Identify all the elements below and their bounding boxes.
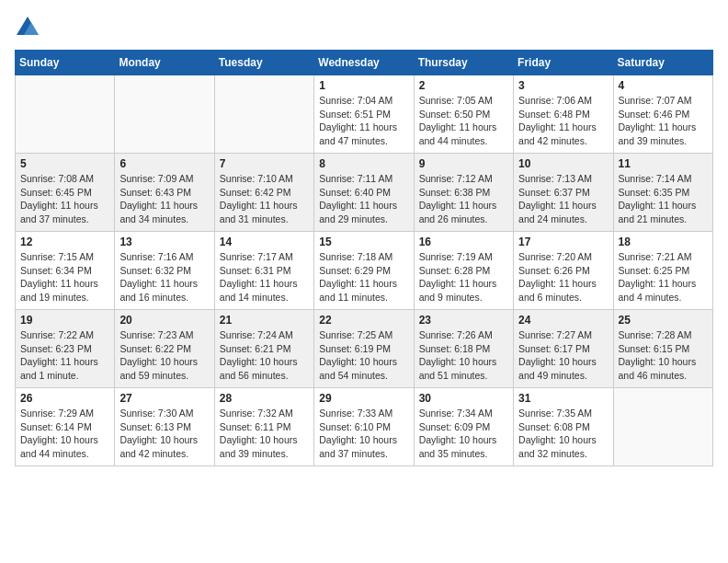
calendar-cell: 23Sunrise: 7:26 AMSunset: 6:18 PMDayligh… xyxy=(414,310,513,388)
week-row-3: 12Sunrise: 7:15 AMSunset: 6:34 PMDayligh… xyxy=(16,232,713,310)
day-info: Sunrise: 7:32 AMSunset: 6:11 PMDaylight:… xyxy=(220,407,309,461)
week-row-1: 1Sunrise: 7:04 AMSunset: 6:51 PMDaylight… xyxy=(16,75,713,154)
calendar-cell: 31Sunrise: 7:35 AMSunset: 6:08 PMDayligh… xyxy=(514,388,613,466)
calendar-cell: 24Sunrise: 7:27 AMSunset: 6:17 PMDayligh… xyxy=(514,310,613,388)
day-info: Sunrise: 7:09 AMSunset: 6:43 PMDaylight:… xyxy=(119,172,209,226)
logo-icon xyxy=(15,15,40,40)
header xyxy=(15,15,713,40)
day-info: Sunrise: 7:27 AMSunset: 6:17 PMDaylight:… xyxy=(518,328,608,383)
day-info: Sunrise: 7:34 AMSunset: 6:09 PMDaylight:… xyxy=(419,407,508,461)
day-number: 24 xyxy=(518,314,608,327)
calendar-cell xyxy=(613,388,712,466)
day-number: 14 xyxy=(220,236,309,248)
calendar-cell: 19Sunrise: 7:22 AMSunset: 6:23 PMDayligh… xyxy=(16,310,115,388)
calendar-cell: 20Sunrise: 7:23 AMSunset: 6:22 PMDayligh… xyxy=(115,310,214,388)
weekday-header-monday: Monday xyxy=(115,51,214,75)
day-number: 6 xyxy=(119,157,209,170)
day-number: 1 xyxy=(319,79,408,92)
day-number: 10 xyxy=(518,157,608,170)
day-info: Sunrise: 7:29 AMSunset: 6:14 PMDaylight:… xyxy=(20,407,109,461)
calendar-cell: 10Sunrise: 7:13 AMSunset: 6:37 PMDayligh… xyxy=(514,154,613,232)
page-container: SundayMondayTuesdayWednesdayThursdayFrid… xyxy=(15,15,713,466)
day-info: Sunrise: 7:12 AMSunset: 6:38 PMDaylight:… xyxy=(419,172,508,226)
day-info: Sunrise: 7:13 AMSunset: 6:37 PMDaylight:… xyxy=(518,172,608,226)
calendar-cell: 11Sunrise: 7:14 AMSunset: 6:35 PMDayligh… xyxy=(613,154,712,232)
day-info: Sunrise: 7:28 AMSunset: 6:15 PMDaylight:… xyxy=(619,328,708,383)
calendar-cell xyxy=(16,75,115,154)
calendar-cell: 27Sunrise: 7:30 AMSunset: 6:13 PMDayligh… xyxy=(115,388,214,466)
day-number: 8 xyxy=(319,157,408,170)
calendar-cell: 8Sunrise: 7:11 AMSunset: 6:40 PMDaylight… xyxy=(314,154,414,232)
calendar-table: SundayMondayTuesdayWednesdayThursdayFrid… xyxy=(15,50,713,466)
day-number: 12 xyxy=(20,236,109,248)
day-number: 17 xyxy=(518,236,608,248)
calendar-cell: 7Sunrise: 7:10 AMSunset: 6:42 PMDaylight… xyxy=(214,154,313,232)
day-number: 25 xyxy=(619,314,708,327)
weekday-header-sunday: Sunday xyxy=(16,51,115,75)
day-info: Sunrise: 7:05 AMSunset: 6:50 PMDaylight:… xyxy=(419,94,508,148)
calendar-cell: 4Sunrise: 7:07 AMSunset: 6:46 PMDaylight… xyxy=(613,75,712,154)
day-number: 5 xyxy=(20,157,109,170)
calendar-cell: 12Sunrise: 7:15 AMSunset: 6:34 PMDayligh… xyxy=(16,232,115,310)
calendar-cell xyxy=(214,75,313,154)
calendar-cell: 13Sunrise: 7:16 AMSunset: 6:32 PMDayligh… xyxy=(115,232,214,310)
weekday-header-tuesday: Tuesday xyxy=(214,51,313,75)
day-info: Sunrise: 7:04 AMSunset: 6:51 PMDaylight:… xyxy=(319,94,408,148)
day-info: Sunrise: 7:08 AMSunset: 6:45 PMDaylight:… xyxy=(20,172,109,226)
day-info: Sunrise: 7:15 AMSunset: 6:34 PMDaylight:… xyxy=(20,250,109,304)
day-number: 11 xyxy=(619,157,708,170)
day-number: 27 xyxy=(119,392,209,405)
day-number: 26 xyxy=(20,392,109,405)
calendar-cell: 21Sunrise: 7:24 AMSunset: 6:21 PMDayligh… xyxy=(214,310,313,388)
day-number: 7 xyxy=(220,157,309,170)
day-info: Sunrise: 7:25 AMSunset: 6:19 PMDaylight:… xyxy=(319,328,408,383)
day-info: Sunrise: 7:33 AMSunset: 6:10 PMDaylight:… xyxy=(319,407,408,461)
day-number: 20 xyxy=(119,314,209,327)
weekday-header-wednesday: Wednesday xyxy=(314,51,414,75)
weekday-header-thursday: Thursday xyxy=(414,51,513,75)
day-info: Sunrise: 7:30 AMSunset: 6:13 PMDaylight:… xyxy=(119,407,209,461)
day-number: 18 xyxy=(619,236,708,248)
week-row-2: 5Sunrise: 7:08 AMSunset: 6:45 PMDaylight… xyxy=(16,154,713,232)
week-row-4: 19Sunrise: 7:22 AMSunset: 6:23 PMDayligh… xyxy=(16,310,713,388)
day-number: 30 xyxy=(419,392,508,405)
day-info: Sunrise: 7:14 AMSunset: 6:35 PMDaylight:… xyxy=(619,172,708,226)
calendar-cell: 9Sunrise: 7:12 AMSunset: 6:38 PMDaylight… xyxy=(414,154,513,232)
calendar-cell: 1Sunrise: 7:04 AMSunset: 6:51 PMDaylight… xyxy=(314,75,414,154)
day-number: 31 xyxy=(518,392,608,405)
weekday-header-saturday: Saturday xyxy=(613,51,712,75)
day-number: 4 xyxy=(619,79,708,92)
day-info: Sunrise: 7:18 AMSunset: 6:29 PMDaylight:… xyxy=(319,250,408,304)
day-info: Sunrise: 7:23 AMSunset: 6:22 PMDaylight:… xyxy=(119,328,209,383)
calendar-cell: 14Sunrise: 7:17 AMSunset: 6:31 PMDayligh… xyxy=(214,232,313,310)
logo xyxy=(15,15,44,40)
weekday-header-friday: Friday xyxy=(514,51,613,75)
day-number: 15 xyxy=(319,236,408,248)
day-number: 13 xyxy=(119,236,209,248)
calendar-cell: 3Sunrise: 7:06 AMSunset: 6:48 PMDaylight… xyxy=(514,75,613,154)
day-info: Sunrise: 7:17 AMSunset: 6:31 PMDaylight:… xyxy=(220,250,309,304)
calendar-cell: 28Sunrise: 7:32 AMSunset: 6:11 PMDayligh… xyxy=(214,388,313,466)
calendar-cell xyxy=(115,75,214,154)
day-number: 19 xyxy=(20,314,109,327)
calendar-cell: 5Sunrise: 7:08 AMSunset: 6:45 PMDaylight… xyxy=(16,154,115,232)
day-number: 23 xyxy=(419,314,508,327)
calendar-cell: 22Sunrise: 7:25 AMSunset: 6:19 PMDayligh… xyxy=(314,310,414,388)
day-info: Sunrise: 7:21 AMSunset: 6:25 PMDaylight:… xyxy=(619,250,708,304)
day-number: 28 xyxy=(220,392,309,405)
day-info: Sunrise: 7:22 AMSunset: 6:23 PMDaylight:… xyxy=(20,328,109,383)
day-info: Sunrise: 7:20 AMSunset: 6:26 PMDaylight:… xyxy=(518,250,608,304)
day-number: 22 xyxy=(319,314,408,327)
calendar-cell: 25Sunrise: 7:28 AMSunset: 6:15 PMDayligh… xyxy=(613,310,712,388)
day-number: 3 xyxy=(518,79,608,92)
day-info: Sunrise: 7:19 AMSunset: 6:28 PMDaylight:… xyxy=(419,250,508,304)
day-info: Sunrise: 7:16 AMSunset: 6:32 PMDaylight:… xyxy=(119,250,209,304)
week-row-5: 26Sunrise: 7:29 AMSunset: 6:14 PMDayligh… xyxy=(16,388,713,466)
calendar-cell: 6Sunrise: 7:09 AMSunset: 6:43 PMDaylight… xyxy=(115,154,214,232)
calendar-cell: 26Sunrise: 7:29 AMSunset: 6:14 PMDayligh… xyxy=(16,388,115,466)
day-info: Sunrise: 7:06 AMSunset: 6:48 PMDaylight:… xyxy=(518,94,608,148)
day-info: Sunrise: 7:24 AMSunset: 6:21 PMDaylight:… xyxy=(220,328,309,383)
day-info: Sunrise: 7:07 AMSunset: 6:46 PMDaylight:… xyxy=(619,94,708,148)
calendar-cell: 18Sunrise: 7:21 AMSunset: 6:25 PMDayligh… xyxy=(613,232,712,310)
day-number: 21 xyxy=(220,314,309,327)
